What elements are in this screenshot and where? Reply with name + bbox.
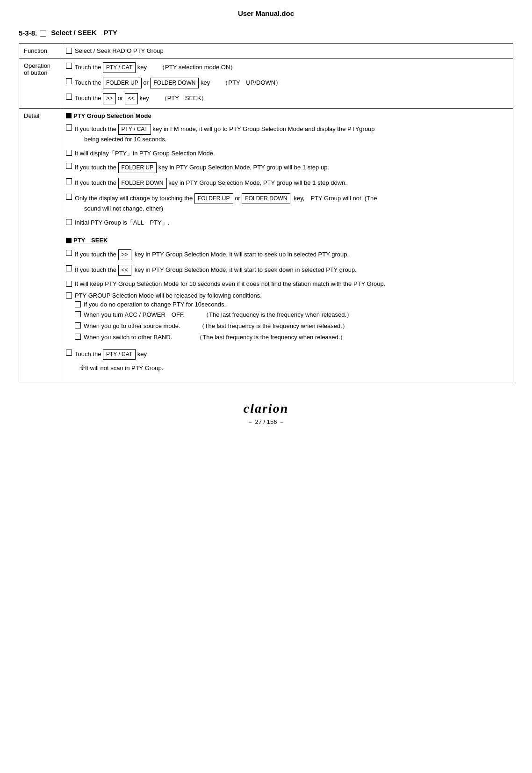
page-title: User Manual.doc bbox=[19, 9, 513, 17]
key-folder-up-2: FOLDER UP bbox=[118, 162, 157, 173]
group-item-6: Initial PTY Group is「ALL PTY」. bbox=[66, 219, 508, 227]
clarion-logo: clarion bbox=[19, 401, 513, 416]
function-text: Select / Seek RADIO PTY Group bbox=[75, 47, 164, 54]
op-item-1: Touch the PTY / CAT key （PTY selection m… bbox=[66, 62, 508, 73]
release-sub-3: When you go to other source mode. （The l… bbox=[75, 322, 352, 330]
group-item-5: Only the display will change by touching… bbox=[66, 193, 508, 214]
key-folder-down-2: FOLDER DOWN bbox=[118, 178, 167, 189]
op-text-2: Touch the FOLDER UP or FOLDER DOWN key （… bbox=[75, 78, 281, 88]
seek-title: PTY SEEK bbox=[66, 236, 508, 245]
function-label: Function bbox=[19, 44, 61, 58]
group-text-4: If you touch the FOLDER DOWN key in PTY … bbox=[75, 178, 347, 189]
group-cb-3 bbox=[66, 163, 72, 169]
release-sub-text-2: When you turn ACC / POWER OFF. （The last… bbox=[84, 311, 352, 319]
op-text-1: Touch the PTY / CAT key （PTY selection m… bbox=[75, 62, 236, 73]
seek-item-3: It will keep PTY Group Selection Mode fo… bbox=[66, 280, 508, 287]
function-item: Select / Seek RADIO PTY Group bbox=[66, 47, 508, 54]
note-text: ※It will not scan in PTY Group. bbox=[80, 365, 163, 372]
release-sub-4: When you switch to other BAND. （The last… bbox=[75, 333, 352, 342]
note-block: ※It will not scan in PTY Group. bbox=[80, 365, 508, 372]
pty-group-section: PTY Group Selection Mode If you touch th… bbox=[66, 112, 508, 227]
release-sub-cb-2 bbox=[75, 311, 81, 317]
main-table: Function Select / Seek RADIO PTY Group O… bbox=[19, 43, 513, 382]
group-title: PTY Group Selection Mode bbox=[66, 112, 508, 119]
pty-seek-section: PTY SEEK If you touch the >> key in PTY … bbox=[66, 236, 508, 372]
group-text-6: Initial PTY Group is「ALL PTY」. bbox=[75, 219, 169, 227]
key-folder-up-1: FOLDER UP bbox=[103, 78, 142, 88]
detail-label: Detail bbox=[19, 108, 61, 382]
release-sub-cb-3 bbox=[75, 322, 81, 328]
section-heading: 5-3-8. Select / SEEK PTY bbox=[19, 29, 513, 37]
group-item-3: If you touch the FOLDER UP key in PTY Gr… bbox=[66, 162, 508, 173]
key-pty-cat-2: PTY / CAT bbox=[118, 124, 151, 135]
seek-item-1: If you touch the >> key in PTY Group Sel… bbox=[66, 249, 508, 260]
section-number: 5-3-8. bbox=[19, 29, 37, 37]
seek-cb-1 bbox=[66, 250, 72, 256]
group-item-1: If you touch the PTY / CAT key in FM mod… bbox=[66, 124, 508, 145]
seek-text-1: If you touch the >> key in PTY Group Sel… bbox=[75, 249, 349, 260]
seek-cb-2 bbox=[66, 265, 72, 271]
seek-cb-3 bbox=[66, 281, 72, 287]
release-item: PTY GROUP Selection Mode will be release… bbox=[66, 292, 508, 344]
operation-content: Touch the PTY / CAT key （PTY selection m… bbox=[61, 58, 513, 109]
release-sub-text-4: When you switch to other BAND. （The last… bbox=[84, 333, 346, 342]
function-row: Function Select / Seek RADIO PTY Group bbox=[19, 44, 513, 58]
group-text-5: Only the display will change by touching… bbox=[75, 193, 377, 214]
group-title-text: PTY Group Selection Mode bbox=[73, 112, 151, 119]
function-content: Select / Seek RADIO PTY Group bbox=[61, 44, 513, 58]
release-cb bbox=[66, 292, 72, 299]
section-title: Select / SEEK PTY bbox=[51, 29, 117, 37]
group-item-4: If you touch the FOLDER DOWN key in PTY … bbox=[66, 178, 508, 189]
key-folder-down-1: FOLDER DOWN bbox=[150, 78, 199, 88]
release-sub-1: If you do no operation to change PTY for… bbox=[75, 301, 352, 308]
op-cb-2 bbox=[66, 78, 72, 84]
key-folder-up-3: FOLDER UP bbox=[194, 193, 233, 204]
key-folder-down-3: FOLDER DOWN bbox=[242, 193, 290, 204]
seek-text-3: It will keep PTY Group Selection Mode fo… bbox=[75, 280, 385, 287]
group-cb-4 bbox=[66, 178, 72, 184]
release-pty-row: Touch the PTY / CAT key bbox=[66, 349, 508, 360]
op-cb-1 bbox=[66, 63, 72, 69]
key-back-2: << bbox=[118, 265, 131, 276]
section-checkbox bbox=[40, 30, 46, 36]
release-title-text: PTY GROUP Selection Mode will be release… bbox=[75, 292, 352, 299]
key-forward-2: >> bbox=[118, 249, 131, 260]
operation-row: Operationof button Touch the PTY / CAT k… bbox=[19, 58, 513, 109]
op-item-3: Touch the >> or << key （PTY SEEK） bbox=[66, 93, 508, 104]
group-cb-1 bbox=[66, 124, 72, 131]
key-pty-cat-3: PTY / CAT bbox=[103, 349, 136, 360]
release-pty-text: Touch the PTY / CAT key bbox=[75, 349, 147, 360]
operation-label: Operationof button bbox=[19, 58, 61, 109]
op-item-2: Touch the FOLDER UP or FOLDER DOWN key （… bbox=[66, 78, 508, 88]
key-forward: >> bbox=[103, 93, 116, 104]
release-sub-text-1: If you do no operation to change PTY for… bbox=[84, 301, 226, 308]
key-back: << bbox=[125, 93, 138, 104]
release-sub-cb-1 bbox=[75, 301, 81, 307]
release-sub-cb-4 bbox=[75, 334, 81, 340]
seek-item-2: If you touch the << key in PTY Group Sel… bbox=[66, 265, 508, 276]
group-cb-5 bbox=[66, 194, 72, 200]
group-item-2: It will display「PTY」in PTY Group Selecti… bbox=[66, 149, 508, 158]
function-checkbox bbox=[66, 48, 72, 54]
group-cb-2 bbox=[66, 150, 72, 156]
op-text-3: Touch the >> or << key （PTY SEEK） bbox=[75, 93, 207, 104]
page-number: － 27 / 156 － bbox=[19, 418, 513, 426]
footer: clarion － 27 / 156 － bbox=[19, 401, 513, 426]
group-text-1: If you touch the PTY / CAT key in FM mod… bbox=[75, 124, 375, 145]
release-pty-cb bbox=[66, 350, 72, 356]
group-text-3: If you touch the FOLDER UP key in PTY Gr… bbox=[75, 162, 329, 173]
release-sub-text-3: When you go to other source mode. （The l… bbox=[84, 322, 348, 330]
seek-text-2: If you touch the << key in PTY Group Sel… bbox=[75, 265, 357, 276]
group-text-2: It will display「PTY」in PTY Group Selecti… bbox=[75, 149, 215, 158]
black-sq-2 bbox=[66, 238, 72, 243]
key-pty-cat-1: PTY / CAT bbox=[103, 62, 136, 73]
black-sq-1 bbox=[66, 113, 72, 118]
op-cb-3 bbox=[66, 94, 72, 100]
release-sub-2: When you turn ACC / POWER OFF. （The last… bbox=[75, 311, 352, 319]
detail-content: PTY Group Selection Mode If you touch th… bbox=[61, 108, 513, 382]
release-block: PTY GROUP Selection Mode will be release… bbox=[75, 292, 352, 344]
detail-row: Detail PTY Group Selection Mode If you t… bbox=[19, 108, 513, 382]
group-cb-6 bbox=[66, 219, 72, 225]
seek-title-text: PTY SEEK bbox=[73, 236, 108, 245]
